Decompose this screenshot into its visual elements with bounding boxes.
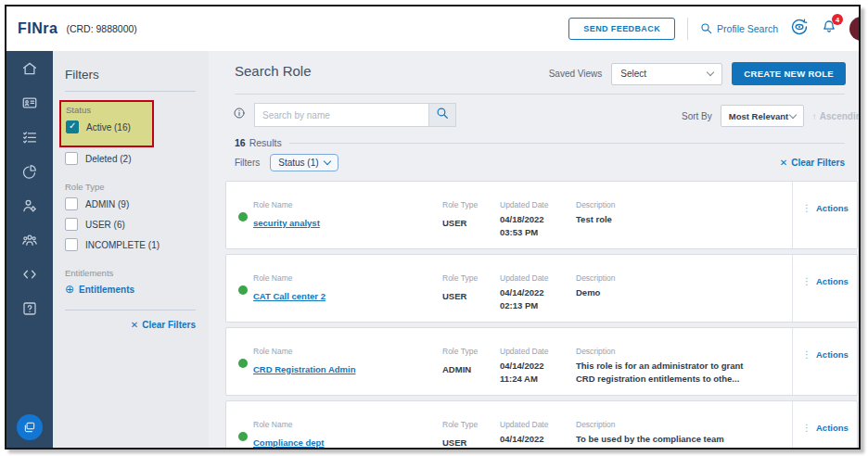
role-name-column-label: Role Name: [253, 347, 434, 356]
updated-time-value: 03:53 PM: [500, 226, 569, 239]
description-column-label: Description: [576, 347, 787, 356]
role-name-link[interactable]: CRD Registration Admin: [253, 364, 355, 374]
actions-button[interactable]: ⋮ Actions: [802, 203, 849, 213]
filter-option-user[interactable]: USER (6): [65, 218, 196, 231]
role-name-column-label: Role Name: [253, 420, 434, 429]
kebab-menu-icon: ⋮: [802, 203, 811, 213]
user-settings-icon[interactable]: [21, 197, 38, 214]
crd-number: (CRD: 9888000): [66, 23, 136, 34]
clear-filters-link[interactable]: ✕ Clear Filters: [780, 158, 845, 168]
panel-clear-filters-link[interactable]: ✕ Clear Filters: [131, 320, 196, 330]
search-row: [233, 103, 456, 127]
actions-divider: [792, 401, 793, 448]
role-name-link[interactable]: Compliance dept: [253, 437, 325, 448]
send-feedback-button[interactable]: SEND FEEDBACK: [568, 18, 675, 40]
search-button[interactable]: [428, 103, 456, 127]
role-name-column-label: Role Name: [253, 273, 434, 283]
active-status-dot: [238, 285, 248, 295]
home-icon[interactable]: [21, 60, 38, 77]
role-type-value: USER: [442, 437, 466, 448]
applied-filters-label: Filters: [235, 158, 260, 168]
actions-divider: [792, 328, 793, 395]
filters-panel: Filters Status Active (16) Deleted (2) R…: [53, 51, 209, 448]
help-icon[interactable]: [21, 300, 38, 317]
team-icon[interactable]: [21, 232, 38, 248]
role-name-column-label: Role Name: [253, 200, 434, 209]
active-status-dot: [238, 432, 248, 441]
search-icon: [700, 22, 712, 36]
checkbox-checked-icon[interactable]: [66, 120, 79, 133]
id-card-icon[interactable]: [21, 95, 38, 111]
updated-time-value: 02:13 PM: [500, 299, 569, 312]
actions-button[interactable]: ⋮ Actions: [802, 276, 849, 286]
description-column-label: Description: [576, 273, 787, 283]
applied-filters-row: Filters Status (1) ✕ Clear Filters: [235, 154, 845, 171]
checkbox-icon[interactable]: [65, 197, 78, 210]
updated-date-value: 04/14/2022: [500, 433, 569, 446]
window-switcher-button[interactable]: [17, 414, 43, 440]
results-divider: [289, 143, 845, 144]
role-name-link[interactable]: CAT Call center 2: [253, 291, 326, 301]
topbar-divider: [687, 18, 688, 40]
role-type-column-label: Role Type: [442, 200, 478, 209]
updated-date-column-label: Updated Date: [500, 273, 569, 283]
actions-button[interactable]: ⋮ Actions: [802, 423, 849, 433]
notifications-button[interactable]: 4: [821, 19, 837, 39]
user-avatar[interactable]: [849, 17, 861, 41]
topbar: FINra (CRD: 9888000) SEND FEEDBACK Profi…: [6, 6, 859, 51]
chevron-down-icon: [789, 110, 797, 118]
description-value: This role is for an administrator to gra…: [576, 360, 787, 373]
filters-divider: [65, 91, 196, 92]
checkbox-icon[interactable]: [65, 238, 78, 251]
checklist-icon[interactable]: [21, 129, 38, 146]
profile-search-label: Profile Search: [717, 23, 778, 34]
finra-logo: FINra: [18, 20, 57, 37]
role-row: Role Name CAT Call center 2 Role Type US…: [225, 254, 858, 323]
description-column-label: Description: [576, 200, 787, 209]
status-section-label: Status: [66, 105, 145, 115]
checkbox-icon[interactable]: [65, 218, 78, 231]
checkbox-icon[interactable]: [65, 152, 78, 165]
filter-option-admin[interactable]: ADMIN (9): [65, 197, 196, 210]
recently-viewed-icon[interactable]: [790, 18, 809, 40]
title-divider: [235, 94, 845, 95]
info-icon[interactable]: [233, 107, 246, 123]
status-highlight-annotation: Status Active (16): [59, 100, 154, 147]
kebab-menu-icon: ⋮: [802, 276, 811, 286]
role-name-link[interactable]: security analyst: [253, 218, 320, 228]
code-icon[interactable]: [21, 266, 38, 283]
role-type-value: USER: [442, 291, 466, 301]
updated-date-value: 04/14/2022: [500, 286, 569, 299]
plus-circle-icon: ⊕: [65, 284, 74, 295]
role-type-section-label: Role Type: [65, 182, 196, 192]
filter-option-active[interactable]: Active (16): [66, 120, 145, 133]
sort-group: Sort By Most Relevant ↑ Ascending: [682, 105, 859, 127]
role-type-column-label: Role Type: [442, 420, 478, 429]
create-new-role-button[interactable]: CREATE NEW ROLE: [732, 62, 846, 85]
saved-views-group: Saved Views Select CREATE NEW ROLE: [549, 62, 846, 85]
page-title: Search Role: [235, 63, 312, 79]
sort-direction-toggle[interactable]: ↑ Ascending: [812, 111, 859, 121]
profile-search-link[interactable]: Profile Search: [700, 22, 778, 36]
topbar-actions: SEND FEEDBACK Profile Search 4: [568, 17, 859, 41]
close-icon: ✕: [780, 158, 787, 168]
filter-option-deleted[interactable]: Deleted (2): [65, 152, 196, 165]
results-list: Role Name security analyst Role Type USE…: [225, 181, 858, 448]
updated-date-value: 04/18/2022: [500, 213, 569, 226]
sort-select[interactable]: Most Relevant: [721, 105, 804, 127]
results-word: Results: [249, 137, 282, 148]
entitlements-link[interactable]: ⊕ Entitlements: [65, 284, 196, 295]
filter-option-incomplete[interactable]: INCOMPLETE (1): [65, 238, 196, 251]
pie-chart-icon[interactable]: [21, 163, 38, 180]
nav-rail: [6, 51, 53, 448]
description-value-line2: CRD registration entitlements to othe...: [576, 373, 787, 386]
updated-date-column-label: Updated Date: [500, 200, 569, 209]
updated-date-value: 04/14/2022: [500, 360, 569, 373]
saved-views-select[interactable]: Select: [611, 63, 722, 85]
chevron-down-icon: [707, 69, 714, 76]
actions-button[interactable]: ⋮ Actions: [802, 349, 849, 360]
search-icon: [436, 107, 449, 123]
role-type-value: ADMIN: [442, 364, 471, 374]
search-input[interactable]: [254, 103, 428, 127]
status-filter-chip[interactable]: Status (1): [270, 154, 338, 171]
